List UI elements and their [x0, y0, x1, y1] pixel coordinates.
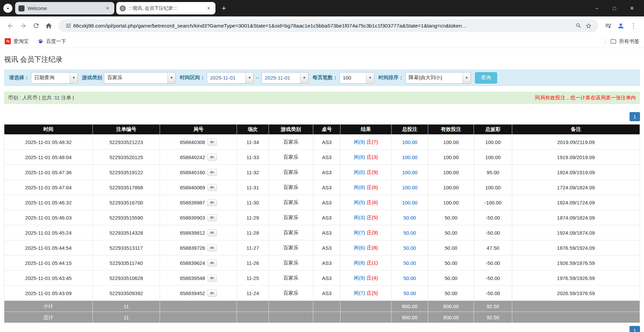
total-bet-link[interactable]: 50.00: [403, 260, 416, 266]
bookmark-star-icon[interactable]: [583, 21, 594, 31]
chevron-down-icon[interactable]: ▼: [366, 73, 374, 83]
browser-menu-button[interactable]: ⋮: [627, 19, 640, 32]
total-bet-link[interactable]: 50.00: [403, 230, 416, 236]
search-button[interactable]: 查询: [475, 72, 497, 84]
cell-session: 11-27: [237, 240, 269, 255]
forward-icon: [19, 22, 27, 30]
round-number: 658839624: [180, 260, 205, 266]
video-replay-button[interactable]: [207, 199, 217, 206]
query-type-select[interactable]: 日期查询 ▼: [31, 72, 78, 84]
date-to-select[interactable]: 2025-11-01 ▼: [261, 72, 309, 84]
page-1-button[interactable]: 1: [630, 112, 640, 121]
cell-result: 闲(9)庄(7): [340, 135, 391, 150]
chevron-down-icon[interactable]: ▼: [70, 73, 78, 83]
cell-table: AS3: [313, 240, 340, 255]
video-replay-button[interactable]: [207, 290, 217, 297]
video-replay-button[interactable]: [207, 184, 217, 191]
date-from-select[interactable]: 2025-11-01 ▼: [207, 72, 254, 84]
site-favicon-icon: [120, 5, 126, 11]
video-replay-button[interactable]: [207, 275, 217, 282]
video-replay-button[interactable]: [207, 244, 217, 251]
profile-button[interactable]: [614, 19, 627, 32]
chevron-down-icon[interactable]: ▼: [462, 73, 471, 83]
back-button[interactable]: [4, 19, 17, 32]
cell-time: 2025-11-01 05:46:03: [4, 210, 93, 225]
total-bet-link[interactable]: 100.00: [402, 170, 417, 175]
video-replay-button[interactable]: [207, 169, 217, 176]
total-bet-link[interactable]: 50.00: [403, 275, 416, 281]
chevron-down-icon[interactable]: ▼: [245, 73, 253, 83]
cell-bet-id: 522933511740: [92, 255, 160, 271]
media-controls-button[interactable]: [602, 19, 614, 32]
total-bet-link[interactable]: 100.00: [402, 185, 417, 190]
zoom-icon[interactable]: [573, 21, 583, 31]
site-info-icon[interactable]: [63, 21, 73, 31]
minimize-button[interactable]: −: [588, 2, 606, 14]
chevron-down-icon[interactable]: ▼: [167, 73, 175, 83]
cell-round: 658839548: [160, 271, 237, 286]
cell-valid-bet: 100.00: [428, 135, 474, 150]
cell-table: AS3: [313, 225, 340, 240]
total-bet-link[interactable]: 100.00: [402, 154, 417, 160]
cell-bet-id: 522933513117: [92, 240, 160, 255]
cell-result: 闲(8)庄(1): [340, 255, 391, 271]
total-bet-link[interactable]: 50.00: [403, 245, 416, 251]
maximize-button[interactable]: □: [606, 2, 623, 14]
forward-button[interactable]: [17, 19, 30, 32]
cell-time: 2025-11-01 05:47:04: [4, 180, 93, 195]
cell-bet-id: 522933521223: [92, 135, 160, 150]
reload-button[interactable]: [30, 19, 42, 32]
bookmark-aitaobao[interactable]: 淘 爱淘宝: [5, 38, 29, 45]
tab-close-icon[interactable]: ×: [104, 5, 111, 12]
subtotal-count: 11: [92, 301, 160, 312]
tab-welcome[interactable]: Welcome ×: [15, 2, 114, 14]
cell-table: AS3: [313, 135, 340, 150]
sort-select[interactable]: 降幂(由大到小) ▼: [405, 72, 471, 84]
total-bet-link[interactable]: 100.00: [402, 139, 417, 145]
video-replay-button[interactable]: [207, 139, 217, 146]
cell-table: AS3: [313, 210, 340, 225]
round-number: 658840069: [180, 185, 205, 190]
total-bet-link[interactable]: 100.00: [402, 200, 417, 205]
cell-valid-bet: 50.00: [428, 210, 474, 225]
cell-time: 2025-11-01 05:47:36: [4, 165, 93, 180]
cell-total-bet: 50.00: [391, 225, 428, 240]
round-number: 658839987: [180, 200, 205, 205]
video-replay-button[interactable]: [207, 154, 217, 161]
video-replay-button[interactable]: [207, 214, 217, 221]
table-row: 2025-11-01 05:47:04 522933517868 6588400…: [4, 180, 640, 195]
page-size-select[interactable]: 100 ▼: [339, 72, 374, 84]
all-bookmarks-button[interactable]: 所有书签: [610, 38, 639, 45]
tab-close-icon[interactable]: ×: [205, 5, 212, 12]
cell-table: AS3: [313, 271, 340, 286]
video-replay-button[interactable]: [207, 259, 217, 267]
cell-valid-bet: 50.00: [428, 255, 474, 271]
total-bet-link[interactable]: 50.00: [403, 215, 416, 221]
cell-table: AS3: [313, 286, 340, 301]
video-replay-button[interactable]: [207, 229, 217, 236]
back-icon: [7, 22, 14, 30]
close-button[interactable]: ×: [623, 2, 641, 14]
cell-session: 11-29: [237, 210, 269, 225]
sort-label: 时间排序：: [378, 75, 404, 81]
game-type-select[interactable]: 百家乐 ▼: [104, 72, 176, 84]
profile-avatar-icon: [617, 22, 625, 30]
bookmark-baidu[interactable]: 百度一下: [37, 38, 66, 45]
total-bet-link[interactable]: 50.00: [403, 290, 416, 296]
address-bar[interactable]: 66cxkj98.com/ipl/portal.php/game/betreco…: [58, 19, 598, 32]
col-bet-id: 注单编号: [92, 125, 160, 135]
cell-game-type: 百家乐: [269, 240, 313, 255]
tab-list-button[interactable]: ▾: [3, 4, 12, 13]
cell-bet-id: 522933520125: [92, 150, 160, 165]
cell-note: 2019.09/2119.09: [512, 135, 640, 150]
page-1-button-bottom[interactable]: 1: [630, 326, 640, 332]
camera-icon: [210, 216, 215, 220]
new-tab-button[interactable]: +: [219, 3, 229, 13]
home-button[interactable]: [42, 19, 55, 32]
col-session: 场次: [237, 125, 269, 135]
url-text[interactable]: 66cxkj98.com/ipl/portal.php/game/betreco…: [73, 23, 573, 29]
tab-betrecord[interactable]: :::视讯, 会员下注纪录::: ×: [116, 2, 215, 14]
col-game-type: 游戏类别: [269, 125, 313, 135]
chevron-down-icon[interactable]: ▼: [300, 73, 308, 83]
cell-note: 1976.59/1926.59: [512, 271, 640, 286]
